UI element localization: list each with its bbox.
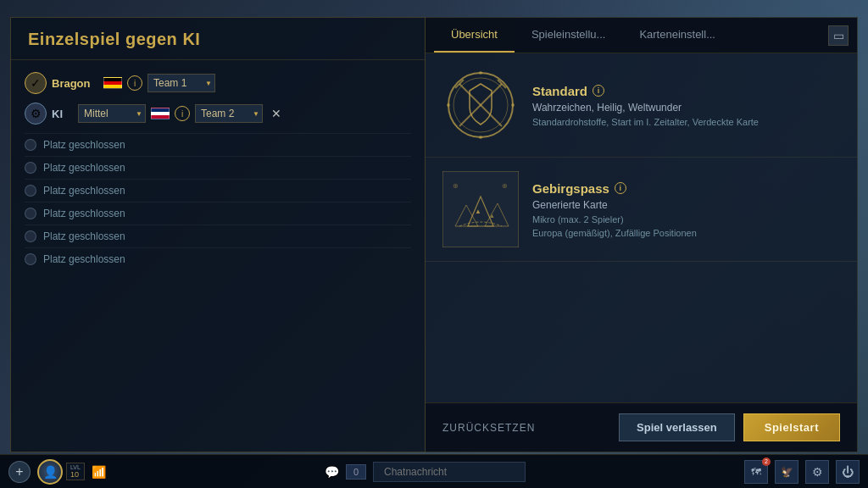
map-title-text: Gebirgspass [532,181,609,196]
setting-title: Standard i [532,84,840,98]
player-name-bragon: Bragon [52,77,98,90]
svg-point-6 [479,71,482,75]
flag-bragon [103,77,122,89]
reset-button[interactable]: ZURÜCKSETZEN [442,422,535,434]
chat-count: 0 [346,464,366,480]
right-content: Standard i Wahrzeichen, Heilig, Weltwund… [426,53,857,402]
slot-dot-4 [25,208,36,219]
info-button-bragon[interactable]: i [127,75,142,91]
slot-dot-6 [25,253,36,265]
right-footer: ZURÜCKSETZEN Spiel verlassen Spielstart [426,402,857,452]
map-info-icon: i [615,182,626,194]
team-select-ki[interactable]: Team 1 Team 2 Team 3 Team 4 [195,104,263,123]
emblem-thumbnail [442,67,519,143]
player-row-ki: ⚙ KI Einfach Mittel Schwer Experte i Tea… [25,103,411,125]
settings-button[interactable]: ⚙ [805,460,829,484]
slot-label-1: Platz geschlossen [43,139,125,151]
level-value: 10 [70,470,79,479]
level-badge: LVL 10 [66,463,85,480]
slot-label-5: Platz geschlossen [43,230,125,242]
bottom-bar: + 👤 LVL 10 📶 💬 0 🗺 2 🦅 ⚙ ⏻ [0,454,868,488]
team-select-bragon[interactable]: Team 1 Team 2 Team 3 Team 4 [147,74,215,92]
map-sub1: Generierte Karte [532,199,840,211]
avatar-ki: ⚙ [25,103,47,125]
map-svg: ▲ ▲ ⊕ ⊕ [442,171,519,247]
flag-ki [151,108,170,119]
tab-overview[interactable]: Übersicht [434,18,515,53]
power-button[interactable]: ⏻ [836,460,860,484]
setting-sub1: Wahrzeichen, Heilig, Weltwunder [532,102,840,114]
setting-sub2: Standardrohstoffe, Start im I. Zeitalter… [532,117,840,127]
svg-point-9 [511,103,515,107]
ai-icon: ⚙ [31,107,42,120]
tab-game-settings[interactable]: Spieleinstellu... [515,18,622,53]
slot-row-2: Platz geschlossen [25,156,411,179]
setting-info-icon: i [593,85,604,97]
setting-card-info: Standard i Wahrzeichen, Heilig, Weltwund… [532,67,840,143]
bottom-center: 💬 0 [113,462,737,482]
svg-text:▲: ▲ [475,208,481,215]
svg-text:⊕: ⊕ [453,182,459,190]
avatar-icon-bottom: 👤 [43,465,58,479]
notification-dot: 2 [762,458,771,466]
difficulty-select[interactable]: Einfach Mittel Schwer Experte [78,104,146,123]
avatar-bragon: ✓ [25,72,47,94]
map-sub2: Mikro (max. 2 Spieler) [532,214,840,225]
map-card-info: Gebirgspass i Generierte Karte Mikro (ma… [532,171,840,247]
eagle-button[interactable]: 🦅 [775,460,798,484]
tab-map-settings[interactable]: Karteneinstell... [622,18,732,53]
player-avatar-bottom: 👤 [37,459,63,485]
minimize-button[interactable]: ▭ [828,25,849,46]
team-select-wrapper-bragon: Team 1 Team 2 Team 3 Team 4 [147,74,215,92]
slot-dot-1 [25,139,36,151]
svg-point-8 [447,103,450,107]
player-list: ✓ Bragon i Team 1 Team 2 Team 3 Team 4 [11,60,425,452]
leave-button[interactable]: Spiel verlassen [619,413,735,441]
slot-row-6: Platz geschlossen [25,247,411,270]
team-select-wrapper-ki: Team 1 Team 2 Team 3 Team 4 [195,104,263,123]
left-header: Einzelspiel gegen KI [11,18,425,60]
emblem-svg [442,67,519,143]
setting-card-standard[interactable]: Standard i Wahrzeichen, Heilig, Weltwund… [426,53,857,158]
right-panel: Übersicht Spieleinstellu... Karteneinste… [426,17,858,452]
info-button-ki[interactable]: i [175,106,190,121]
svg-text:▲: ▲ [489,213,495,219]
wifi-icon: 📶 [92,465,106,479]
player-row-bragon: ✓ Bragon i Team 1 Team 2 Team 3 Team 4 [25,72,411,94]
page-title: Einzelspiel gegen KI [28,30,408,49]
map-sub3: Europa (gemäßigt), Zufällige Positionen [532,228,840,238]
action-buttons: Spiel verlassen Spielstart [619,413,840,441]
map-title: Gebirgspass i [532,181,840,196]
left-panel: Einzelspiel gegen KI ✓ Bragon i Team 1 T… [10,17,426,452]
add-button[interactable]: + [8,461,31,483]
tabs-bar: Übersicht Spieleinstellu... Karteneinste… [426,18,857,53]
slot-dot-5 [25,230,36,242]
bottom-right: 🗺 2 🦅 ⚙ ⏻ [744,460,860,484]
checkmark-icon: ✓ [31,76,41,90]
slot-label-2: Platz geschlossen [43,162,125,174]
slot-dot-3 [25,185,36,197]
main-container: Einzelspiel gegen KI ✓ Bragon i Team 1 T… [10,17,858,452]
start-button[interactable]: Spielstart [743,413,840,441]
difficulty-select-wrapper: Einfach Mittel Schwer Experte [78,104,146,123]
slot-row-1: Platz geschlossen [25,133,411,156]
svg-point-7 [479,136,482,139]
slot-label-4: Platz geschlossen [43,208,125,219]
slot-label-6: Platz geschlossen [43,253,125,265]
svg-text:⊕: ⊕ [502,182,508,190]
chat-icon[interactable]: 💬 [325,465,339,479]
chat-input[interactable] [373,462,526,482]
map-thumbnail: ▲ ▲ ⊕ ⊕ [442,171,519,247]
setting-title-text: Standard [532,84,587,98]
notification-badge: 🗺 2 [744,460,768,484]
slot-label-3: Platz geschlossen [43,185,125,197]
map-card-gebirgspass[interactable]: ▲ ▲ ⊕ ⊕ Gebirgspass i Generierte Karte M… [426,158,857,262]
slot-row-4: Platz geschlossen [25,202,411,225]
player-name-ki: KI [52,108,73,120]
slot-row-3: Platz geschlossen [25,179,411,202]
remove-ki-button[interactable]: ✕ [268,107,285,120]
slot-dot-2 [25,162,36,174]
slot-row-5: Platz geschlossen [25,225,411,247]
